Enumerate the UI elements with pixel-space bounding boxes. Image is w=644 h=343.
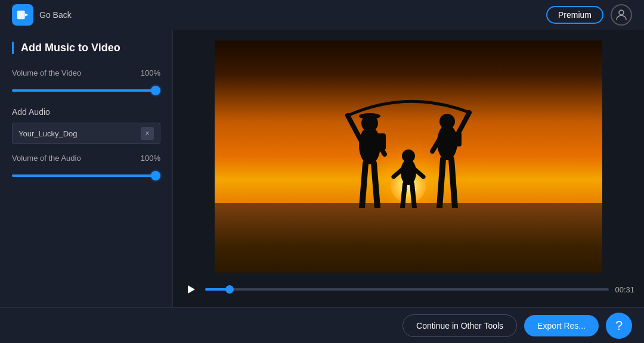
audio-volume-label-row: Volume of the Audio 100% <box>12 154 160 163</box>
video-volume-slider[interactable] <box>12 89 160 92</box>
video-volume-value: 100% <box>141 68 160 77</box>
silhouettes-svg <box>331 83 486 208</box>
help-button[interactable]: ? <box>606 313 632 339</box>
horizon <box>215 203 602 273</box>
header-left: Go Back <box>12 4 72 26</box>
export-button[interactable]: Export Res... <box>524 315 599 336</box>
audio-volume-slider[interactable] <box>12 174 160 177</box>
audio-file-input-row: Your_Lucky_Dog × <box>12 123 160 144</box>
time-display: 00:31 <box>615 285 634 294</box>
audio-file-name: Your_Lucky_Dog <box>18 129 141 138</box>
svg-line-13 <box>455 113 469 139</box>
video-scene <box>215 40 602 273</box>
svg-rect-0 <box>17 11 25 20</box>
svg-line-15 <box>439 159 443 208</box>
premium-button[interactable]: Premium <box>546 6 603 24</box>
audio-volume-label: Volume of the Audio <box>12 154 81 163</box>
sidebar: Add Music to Video Volume of the Video 1… <box>0 30 173 307</box>
main-content: Add Music to Video Volume of the Video 1… <box>0 30 644 307</box>
continue-other-tools-button[interactable]: Continue in Other Tools <box>402 314 517 337</box>
user-avatar[interactable] <box>611 4 632 26</box>
svg-line-8 <box>362 163 366 208</box>
play-button[interactable] <box>182 281 199 298</box>
svg-line-16 <box>451 159 455 208</box>
app-logo <box>12 4 33 26</box>
svg-point-17 <box>401 159 416 185</box>
sidebar-title: Add Music to Video <box>12 42 160 54</box>
progress-thumb <box>225 285 234 294</box>
bottom-bar: Continue in Other Tools Export Res... ? <box>0 307 644 343</box>
svg-point-11 <box>439 114 455 129</box>
video-volume-control: Volume of the Video 100% <box>12 68 160 94</box>
svg-line-6 <box>348 116 362 142</box>
video-volume-label-row: Volume of the Video 100% <box>12 68 160 77</box>
svg-marker-23 <box>188 285 195 294</box>
audio-volume-value: 100% <box>141 154 160 163</box>
help-icon: ? <box>615 318 623 333</box>
add-audio-section-label: Add Audio <box>12 107 160 117</box>
video-preview <box>215 40 602 273</box>
audio-volume-control: Volume of the Audio 100% <box>12 154 160 179</box>
svg-line-21 <box>402 184 405 208</box>
svg-point-4 <box>359 113 380 119</box>
svg-line-22 <box>412 184 414 208</box>
app-header: Go Back Premium <box>0 0 644 30</box>
progress-bar[interactable] <box>205 288 609 291</box>
video-area: 00:31 <box>173 30 644 307</box>
video-controls: 00:31 <box>180 276 637 300</box>
svg-point-18 <box>402 149 415 163</box>
svg-point-1 <box>619 10 624 15</box>
go-back-link[interactable]: Go Back <box>39 10 72 20</box>
video-wrapper <box>180 37 637 276</box>
header-right: Premium <box>546 4 632 26</box>
video-volume-label: Volume of the Video <box>12 68 81 77</box>
audio-clear-button[interactable]: × <box>141 127 154 140</box>
svg-line-9 <box>374 163 377 208</box>
